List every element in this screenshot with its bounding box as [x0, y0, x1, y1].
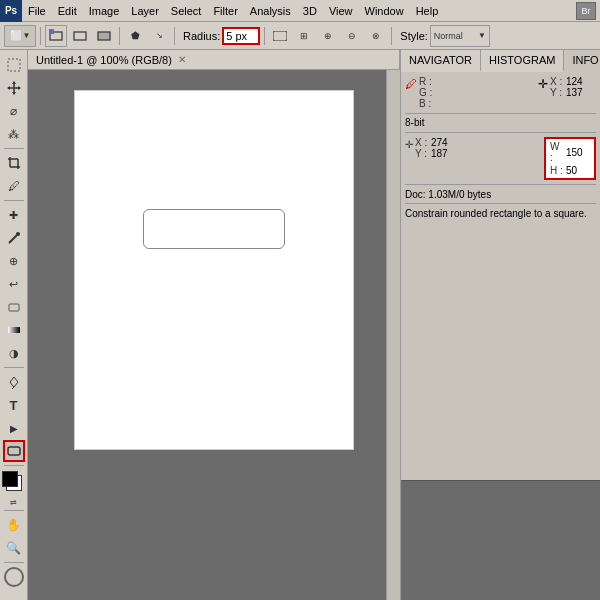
color-swatches[interactable]	[2, 471, 28, 495]
tool-rounded-rect[interactable]	[3, 440, 25, 462]
svg-marker-8	[12, 81, 16, 84]
options-toolbar: ⬜ ▼ ⬟ ↘ Radius: ⊞ ⊕ ⊖ ⊗ Style: Normal ▼	[0, 22, 600, 50]
svg-line-16	[9, 235, 17, 243]
tab-histogram[interactable]: HISTOGRAM	[481, 50, 564, 72]
x-label-1: X :	[550, 76, 564, 87]
canvas-area[interactable]: Untitled-1 @ 100% (RGB/8) ✕	[28, 50, 400, 600]
geometry-options-btn[interactable]	[269, 25, 291, 47]
doc-info-text: Doc: 1.03M/0 bytes	[405, 189, 596, 200]
vertical-scrollbar[interactable]	[386, 70, 400, 600]
tool-brush[interactable]	[3, 227, 25, 249]
tool-eraser[interactable]	[3, 296, 25, 318]
svg-rect-3	[98, 32, 110, 40]
tab-info[interactable]: INFO	[564, 50, 600, 72]
tool-preset-btn[interactable]: ⬜ ▼	[4, 25, 36, 47]
fill-pixels-btn[interactable]	[93, 25, 115, 47]
tool-hand[interactable]: ✋	[3, 514, 25, 536]
subtract-shape-btn[interactable]: ⊖	[341, 25, 363, 47]
tool-lasso[interactable]: ⌀	[3, 100, 25, 122]
left-sep-5	[4, 510, 24, 511]
menu-bar: Ps File Edit Image Layer Select Filter A…	[0, 0, 600, 22]
menu-edit[interactable]: Edit	[52, 0, 83, 21]
canvas-wrapper[interactable]	[28, 70, 400, 600]
svg-rect-19	[8, 327, 20, 333]
cursor-x-label: X :	[415, 137, 429, 148]
main-area: ⌀ ⁂ 🖊 ✚ ⊕ ↩	[0, 50, 600, 600]
left-toolbar: ⌀ ⁂ 🖊 ✚ ⊕ ↩	[0, 50, 28, 600]
left-sep-1	[4, 148, 24, 149]
intersect-shape-btn[interactable]: ⊗	[365, 25, 387, 47]
svg-point-17	[16, 232, 20, 236]
menu-help[interactable]: Help	[410, 0, 445, 21]
new-shape-layer-btn[interactable]: ⊞	[293, 25, 315, 47]
wh-box: W : 150 H : 50	[544, 137, 596, 180]
menu-file[interactable]: File	[22, 0, 52, 21]
h-val: 50	[566, 165, 590, 176]
shape-layer-btn[interactable]	[45, 25, 67, 47]
gradient-icon	[7, 323, 21, 337]
svg-rect-1	[49, 29, 54, 34]
menu-window[interactable]: Window	[359, 0, 410, 21]
svg-marker-9	[12, 92, 16, 95]
svg-rect-4	[273, 31, 287, 41]
cursor-y-val: 187	[431, 148, 461, 159]
paths-icon	[73, 29, 87, 43]
toolbar-sep-5	[391, 27, 392, 45]
tool-marquee[interactable]	[3, 54, 25, 76]
crop-icon	[7, 156, 21, 170]
document-tab[interactable]: Untitled-1 @ 100% (RGB/8) ✕	[28, 50, 400, 70]
menu-3d[interactable]: 3D	[297, 0, 323, 21]
pen-icon	[7, 375, 21, 389]
menu-analysis[interactable]: Analysis	[244, 0, 297, 21]
tool-pen[interactable]	[3, 371, 25, 393]
radius-input[interactable]	[222, 27, 260, 45]
menu-layer[interactable]: Layer	[125, 0, 165, 21]
tool-eyedropper[interactable]: 🖊	[3, 175, 25, 197]
eyedropper-icon-1: 🖊	[405, 77, 417, 91]
svg-rect-21	[8, 447, 20, 455]
left-sep-3	[4, 367, 24, 368]
toolbar-sep-1	[40, 27, 41, 45]
shape-preview	[4, 567, 24, 587]
panel-tabs: NAVIGATOR HISTOGRAM INFO ≡	[401, 50, 600, 72]
menu-view[interactable]: View	[323, 0, 359, 21]
style-dropdown[interactable]: Normal ▼	[430, 25, 490, 47]
svg-marker-11	[18, 86, 21, 90]
toolbar-sep-4	[264, 27, 265, 45]
shape-select-btn[interactable]: ↘	[148, 25, 170, 47]
foreground-color-swatch[interactable]	[2, 471, 18, 487]
tool-quick-select[interactable]: ⁂	[3, 123, 25, 145]
doc-tab-close-btn[interactable]: ✕	[178, 54, 186, 65]
rgb-values: R : G : B :	[419, 76, 465, 109]
canvas-page[interactable]	[74, 90, 354, 450]
swap-colors-btn[interactable]: ⇄	[10, 498, 17, 507]
tab-navigator[interactable]: NAVIGATOR	[401, 50, 481, 72]
tool-type[interactable]: T	[3, 394, 25, 416]
tool-clone[interactable]: ⊕	[3, 250, 25, 272]
tool-zoom[interactable]: 🔍	[3, 537, 25, 559]
tool-gradient[interactable]	[3, 319, 25, 341]
x-val-1: 124	[566, 76, 596, 87]
tool-path-select[interactable]: ▶	[3, 417, 25, 439]
menu-select[interactable]: Select	[165, 0, 208, 21]
info-sep-1	[405, 113, 596, 114]
tool-crop[interactable]	[3, 152, 25, 174]
paths-btn[interactable]	[69, 25, 91, 47]
add-shape-btn[interactable]: ⊕	[317, 25, 339, 47]
crosshair-icon: ✛	[538, 77, 548, 91]
y-val-1: 137	[566, 87, 596, 98]
custom-shape-btn[interactable]: ⬟	[124, 25, 146, 47]
tool-dodge[interactable]: ◑	[3, 342, 25, 364]
svg-line-20	[12, 387, 14, 389]
svg-rect-18	[9, 304, 19, 311]
toolbar-sep-3	[174, 27, 175, 45]
tool-move[interactable]	[3, 77, 25, 99]
menu-image[interactable]: Image	[83, 0, 126, 21]
menu-filter[interactable]: Filter	[207, 0, 243, 21]
fill-icon	[97, 29, 111, 43]
tool-heal[interactable]: ✚	[3, 204, 25, 226]
tool-history[interactable]: ↩	[3, 273, 25, 295]
bridge-button[interactable]: Br	[576, 2, 596, 20]
ps-logo: Ps	[0, 0, 22, 22]
doc-tab-title: Untitled-1 @ 100% (RGB/8)	[36, 54, 172, 66]
